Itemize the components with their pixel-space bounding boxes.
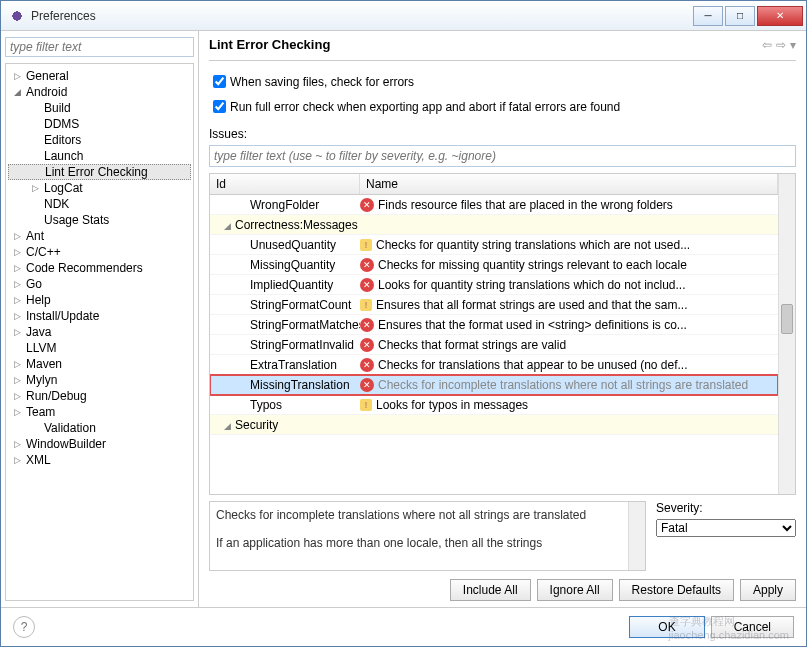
error-icon: ✕ bbox=[360, 258, 374, 272]
table-row[interactable]: WrongFolder✕Finds resource files that ar… bbox=[210, 195, 778, 215]
tree-item-run-debug[interactable]: ▷Run/Debug bbox=[8, 388, 191, 404]
tree-item-build[interactable]: Build bbox=[8, 100, 191, 116]
expand-icon[interactable]: ▷ bbox=[14, 391, 26, 401]
table-row[interactable]: StringFormatMatches✕Ensures that the for… bbox=[210, 315, 778, 335]
issue-id: StringFormatCount bbox=[210, 298, 360, 312]
menu-icon[interactable]: ▾ bbox=[790, 38, 796, 52]
table-row[interactable]: MissingQuantity✕Checks for missing quant… bbox=[210, 255, 778, 275]
preferences-tree[interactable]: ▷General◢AndroidBuildDDMSEditorsLaunchLi… bbox=[5, 63, 194, 601]
tree-item-android[interactable]: ◢Android bbox=[8, 84, 191, 100]
table-group-row[interactable]: ◢Security bbox=[210, 415, 778, 435]
tree-item-ndk[interactable]: NDK bbox=[8, 196, 191, 212]
collapse-icon[interactable]: ◢ bbox=[224, 421, 231, 431]
apply-button[interactable]: Apply bbox=[740, 579, 796, 601]
tree-item-ddms[interactable]: DDMS bbox=[8, 116, 191, 132]
issues-label: Issues: bbox=[209, 127, 796, 141]
tree-item-label: Editors bbox=[44, 133, 81, 147]
expand-icon[interactable]: ▷ bbox=[14, 295, 26, 305]
tree-item-windowbuilder[interactable]: ▷WindowBuilder bbox=[8, 436, 191, 452]
table-scrollbar[interactable] bbox=[778, 174, 795, 494]
column-name[interactable]: Name bbox=[360, 174, 778, 194]
expand-icon[interactable]: ▷ bbox=[14, 279, 26, 289]
tree-item-team[interactable]: ▷Team bbox=[8, 404, 191, 420]
help-icon[interactable]: ? bbox=[13, 616, 35, 638]
issue-name: Looks for quantity string translations w… bbox=[378, 278, 686, 292]
tree-item-mylyn[interactable]: ▷Mylyn bbox=[8, 372, 191, 388]
back-icon[interactable]: ⇦ bbox=[762, 38, 772, 52]
column-id[interactable]: Id bbox=[210, 174, 360, 194]
error-icon: ✕ bbox=[360, 278, 374, 292]
tree-item-general[interactable]: ▷General bbox=[8, 68, 191, 84]
scrollbar-thumb[interactable] bbox=[781, 304, 793, 334]
expand-icon[interactable]: ▷ bbox=[14, 71, 26, 81]
table-row[interactable]: UnusedQuantity!Checks for quantity strin… bbox=[210, 235, 778, 255]
tree-item-label: Run/Debug bbox=[26, 389, 87, 403]
tree-item-logcat[interactable]: ▷LogCat bbox=[8, 180, 191, 196]
check-save-errors[interactable]: When saving files, check for errors bbox=[209, 72, 796, 91]
table-group-row[interactable]: ◢Correctness:Messages bbox=[210, 215, 778, 235]
expand-icon[interactable]: ▷ bbox=[14, 375, 26, 385]
error-icon: ✕ bbox=[360, 378, 374, 392]
expand-icon[interactable]: ◢ bbox=[14, 87, 26, 97]
forward-icon[interactable]: ⇨ bbox=[776, 38, 786, 52]
tree-item-help[interactable]: ▷Help bbox=[8, 292, 191, 308]
restore-defaults-button[interactable]: Restore Defaults bbox=[619, 579, 734, 601]
expand-icon[interactable]: ▷ bbox=[14, 327, 26, 337]
table-row[interactable]: Typos!Looks for typos in messages bbox=[210, 395, 778, 415]
ok-button[interactable]: OK bbox=[629, 616, 704, 638]
maximize-button[interactable]: □ bbox=[725, 6, 755, 26]
expand-icon[interactable]: ▷ bbox=[14, 407, 26, 417]
tree-item-go[interactable]: ▷Go bbox=[8, 276, 191, 292]
minimize-button[interactable]: ─ bbox=[693, 6, 723, 26]
close-button[interactable]: ✕ bbox=[757, 6, 803, 26]
issue-id: MissingQuantity bbox=[210, 258, 360, 272]
tree-item-llvm[interactable]: LLVM bbox=[8, 340, 191, 356]
tree-item-xml[interactable]: ▷XML bbox=[8, 452, 191, 468]
tree-filter-input[interactable] bbox=[5, 37, 194, 57]
expand-icon[interactable]: ▷ bbox=[14, 263, 26, 273]
cancel-button[interactable]: Cancel bbox=[711, 616, 794, 638]
tree-item-code-recommenders[interactable]: ▷Code Recommenders bbox=[8, 260, 191, 276]
expand-icon[interactable]: ▷ bbox=[14, 359, 26, 369]
tree-item-label: Lint Error Checking bbox=[45, 165, 148, 179]
tree-item-label: DDMS bbox=[44, 117, 79, 131]
table-row[interactable]: ImpliedQuantity✕Looks for quantity strin… bbox=[210, 275, 778, 295]
sidebar: ▷General◢AndroidBuildDDMSEditorsLaunchLi… bbox=[1, 31, 199, 607]
tree-item-ant[interactable]: ▷Ant bbox=[8, 228, 191, 244]
description-scrollbar[interactable] bbox=[628, 502, 645, 570]
tree-item-install-update[interactable]: ▷Install/Update bbox=[8, 308, 191, 324]
severity-select[interactable]: Fatal bbox=[656, 519, 796, 537]
issue-name: Looks for typos in messages bbox=[376, 398, 528, 412]
tree-item-lint-error-checking[interactable]: Lint Error Checking bbox=[8, 164, 191, 180]
tree-item-label: NDK bbox=[44, 197, 69, 211]
tree-item-label: Help bbox=[26, 293, 51, 307]
tree-item-maven[interactable]: ▷Maven bbox=[8, 356, 191, 372]
table-row[interactable]: MissingTranslation✕Checks for incomplete… bbox=[210, 375, 778, 395]
expand-icon[interactable]: ▷ bbox=[14, 439, 26, 449]
issue-id: StringFormatMatches bbox=[210, 318, 360, 332]
tree-item-java[interactable]: ▷Java bbox=[8, 324, 191, 340]
table-row[interactable]: ExtraTranslation✕Checks for translations… bbox=[210, 355, 778, 375]
table-row[interactable]: StringFormatCount!Ensures that all forma… bbox=[210, 295, 778, 315]
expand-icon[interactable]: ▷ bbox=[14, 311, 26, 321]
expand-icon[interactable]: ▷ bbox=[14, 455, 26, 465]
check-save-errors-box[interactable] bbox=[213, 75, 226, 88]
titlebar[interactable]: Preferences ─ □ ✕ bbox=[1, 1, 806, 31]
check-export-errors[interactable]: Run full error check when exporting app … bbox=[209, 97, 796, 116]
collapse-icon[interactable]: ◢ bbox=[224, 221, 231, 231]
tree-item-launch[interactable]: Launch bbox=[8, 148, 191, 164]
main-panel: Lint Error Checking ⇦ ⇨ ▾ When saving fi… bbox=[199, 31, 806, 607]
table-row[interactable]: StringFormatInvalid✕Checks that format s… bbox=[210, 335, 778, 355]
expand-icon[interactable]: ▷ bbox=[14, 247, 26, 257]
tree-item-label: Build bbox=[44, 101, 71, 115]
expand-icon[interactable]: ▷ bbox=[14, 231, 26, 241]
issues-filter-input[interactable] bbox=[209, 145, 796, 167]
include-all-button[interactable]: Include All bbox=[450, 579, 531, 601]
tree-item-editors[interactable]: Editors bbox=[8, 132, 191, 148]
ignore-all-button[interactable]: Ignore All bbox=[537, 579, 613, 601]
expand-icon[interactable]: ▷ bbox=[32, 183, 44, 193]
tree-item-validation[interactable]: Validation bbox=[8, 420, 191, 436]
tree-item-c-c-[interactable]: ▷C/C++ bbox=[8, 244, 191, 260]
check-export-errors-box[interactable] bbox=[213, 100, 226, 113]
tree-item-usage-stats[interactable]: Usage Stats bbox=[8, 212, 191, 228]
